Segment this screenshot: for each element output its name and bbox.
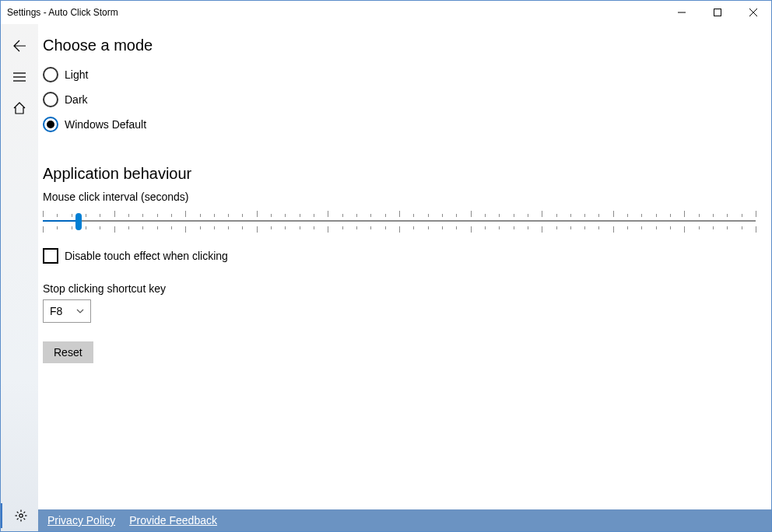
sidebar: [1, 24, 38, 531]
svg-line-14: [16, 518, 18, 520]
window-controls: [664, 1, 771, 24]
footer-bar: Privacy Policy Provide Feedback: [38, 509, 771, 531]
back-button[interactable]: [4, 30, 35, 61]
slider-fill: [43, 220, 79, 222]
radio-label: Light: [65, 68, 88, 81]
slider-thumb[interactable]: [75, 213, 82, 230]
privacy-policy-link[interactable]: Privacy Policy: [47, 514, 115, 527]
radio-label: Dark: [65, 93, 88, 106]
svg-line-12: [16, 512, 18, 513]
behaviour-section-title: Application behaviour: [43, 165, 756, 183]
combo-value: F8: [50, 305, 62, 317]
reset-button[interactable]: Reset: [43, 341, 93, 363]
radio-label: Windows Default: [65, 118, 146, 131]
touch-effect-checkbox[interactable]: Disable touch effect when clicking: [43, 248, 756, 264]
provide-feedback-link[interactable]: Provide Feedback: [129, 514, 217, 527]
chevron-down-icon: [76, 309, 84, 313]
window-title: Settings - Auto Click Storm: [7, 7, 118, 18]
shortcut-label: Stop clicking shortcut key: [43, 282, 756, 295]
back-arrow-icon: [12, 39, 26, 53]
maximize-button[interactable]: [700, 1, 735, 24]
radio-icon: [43, 117, 58, 132]
close-icon: [749, 9, 757, 16]
svg-rect-1: [714, 9, 721, 16]
mode-radio-windows-default[interactable]: Windows Default: [43, 112, 756, 137]
checkbox-icon: [43, 248, 58, 264]
shortcut-combo[interactable]: F8: [43, 299, 91, 323]
slider-track: [43, 220, 756, 222]
svg-line-15: [23, 512, 25, 513]
mode-radio-dark[interactable]: Dark: [43, 87, 756, 112]
mode-section-title: Choose a mode: [43, 37, 756, 54]
maximize-icon: [714, 9, 721, 16]
gear-icon: [15, 509, 27, 522]
home-button[interactable]: [4, 93, 35, 124]
title-bar: Settings - Auto Click Storm: [1, 1, 771, 24]
settings-nav-button[interactable]: [0, 503, 37, 528]
interval-label: Mouse click interval (seconds): [43, 191, 756, 203]
checkbox-label: Disable touch effect when clicking: [65, 250, 228, 262]
hamburger-icon: [13, 72, 26, 82]
radio-icon: [43, 67, 58, 82]
interval-slider[interactable]: [43, 208, 756, 236]
home-icon: [12, 101, 26, 115]
close-button[interactable]: [735, 1, 771, 24]
hamburger-button[interactable]: [4, 61, 35, 93]
minimize-icon: [678, 9, 686, 16]
mode-radio-light[interactable]: Light: [43, 62, 756, 87]
svg-line-13: [23, 518, 25, 520]
minimize-button[interactable]: [664, 1, 700, 24]
svg-point-7: [19, 514, 22, 517]
radio-icon: [43, 92, 58, 107]
